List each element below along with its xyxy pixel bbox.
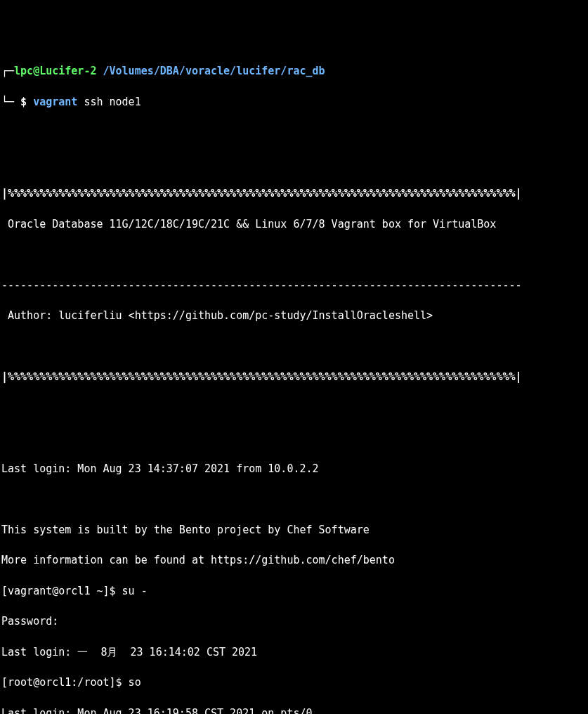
banner-title: Oracle Database 11G/12C/18C/19C/21C && L…	[1, 217, 587, 233]
bento-line2: More information can be found at https:/…	[1, 553, 587, 569]
password-prompt[interactable]: Password:	[1, 614, 587, 630]
blank	[1, 156, 587, 171]
last-login-host: Last login: Mon Aug 23 14:37:07 2021 fro…	[1, 462, 587, 477]
bento-line1: This system is built by the Bento projec…	[1, 523, 587, 538]
banner-author: Author: luciferliu <https://github.com/p…	[1, 309, 587, 324]
blank	[1, 401, 587, 416]
prompt-path: /Volumes/DBA/voracle/lucifer/rac_db	[103, 65, 325, 77]
root-prompt[interactable]: [root@orcl1:/root]$ so	[1, 675, 587, 691]
cmd-vagrant: vagrant	[33, 96, 77, 108]
blank	[1, 247, 587, 263]
prompt-user: lpc@Lucifer-2	[14, 65, 96, 77]
oracle-lastlogin: Last login: Mon Aug 23 16:19:58 CST 2021…	[1, 706, 587, 715]
banner-dashes: ----------------------------------------…	[1, 278, 587, 294]
prompt-arrow2-icon: └─	[1, 96, 14, 108]
blank	[1, 431, 587, 446]
prompt-arrow-icon: ┌─	[1, 65, 14, 77]
prompt-symbol: $	[20, 96, 27, 108]
shell-line-2[interactable]: └─ $ vagrant ssh node1	[1, 95, 587, 110]
blank	[1, 339, 587, 355]
root-lastlogin: Last login: 一 8月 23 16:14:02 CST 2021	[1, 645, 587, 661]
blank	[1, 125, 587, 141]
blank	[1, 492, 587, 507]
banner-border-bottom: |%%%%%%%%%%%%%%%%%%%%%%%%%%%%%%%%%%%%%%%…	[1, 370, 587, 385]
banner-border-top: |%%%%%%%%%%%%%%%%%%%%%%%%%%%%%%%%%%%%%%%…	[1, 186, 587, 202]
vagrant-prompt[interactable]: [vagrant@orcl1 ~]$ su -	[1, 584, 587, 599]
shell-line-1: ┌─lpc@Lucifer-2 /Volumes/DBA/voracle/luc…	[1, 64, 587, 79]
cmd-args: ssh node1	[77, 96, 141, 108]
